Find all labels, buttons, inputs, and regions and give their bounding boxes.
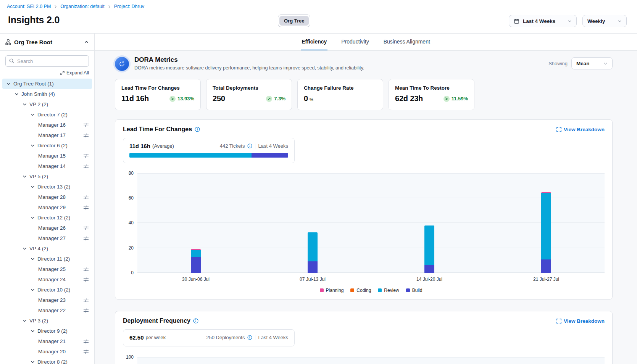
- tree-item-manager-21[interactable]: Manager 21: [2, 336, 92, 346]
- sidebar-search: [0, 51, 94, 67]
- tree-item-vp-2-2[interactable]: VP 2 (2): [2, 99, 92, 110]
- bar-segment-review[interactable]: [541, 193, 551, 259]
- filters-sliders-icon[interactable]: [83, 225, 89, 231]
- tree-item-director-9-2[interactable]: Director 9 (2): [2, 326, 92, 336]
- expand-all-button[interactable]: Expand All: [0, 67, 94, 78]
- breadcrumb-account-link[interactable]: Account: SEI 2.0 PM: [7, 4, 51, 9]
- tree-item-manager-29[interactable]: Manager 29: [2, 202, 92, 213]
- metric-value: 11d 16h: [121, 94, 149, 103]
- stacked-bar-14-jul-20-jul[interactable]: [424, 225, 434, 273]
- stacked-bar-30-jun-06-jul[interactable]: [191, 249, 201, 273]
- legend-item-build[interactable]: Build: [406, 288, 423, 293]
- search-input[interactable]: [5, 55, 89, 67]
- dora-title: DORA Metrics: [134, 56, 548, 64]
- stage-bar-segment-review[interactable]: [129, 153, 252, 158]
- filters-sliders-icon[interactable]: [83, 297, 89, 303]
- tree-item-manager-17[interactable]: Manager 17: [2, 130, 92, 140]
- chevron-down-icon[interactable]: [6, 81, 11, 86]
- chevron-down-icon[interactable]: [30, 184, 35, 189]
- tree-item-manager-16[interactable]: Manager 16: [2, 120, 92, 130]
- tree-item-manager-27[interactable]: Manager 27: [2, 233, 92, 243]
- tree-item-director-13-2[interactable]: Director 13 (2): [2, 182, 92, 192]
- tree-item-manager-26[interactable]: Manager 26: [2, 223, 92, 233]
- tree-item-manager-25[interactable]: Manager 25: [2, 264, 92, 274]
- filters-sliders-icon[interactable]: [83, 235, 89, 241]
- tree-item-director-6-2[interactable]: Director 6 (2): [2, 140, 92, 151]
- tree-item-director-10-2[interactable]: Director 10 (2): [2, 285, 92, 295]
- deployment-period-label: Last 4 Weeks: [258, 335, 288, 340]
- filters-sliders-icon[interactable]: [83, 205, 89, 210]
- tree-item-manager-23[interactable]: Manager 23: [2, 295, 92, 305]
- date-range-select[interactable]: Last 4 Weeks: [509, 15, 577, 27]
- org-tree-sidebar: Org Tree Root Expand All O: [0, 34, 95, 364]
- deployment-view-breakdown-link[interactable]: View Breakdown: [556, 318, 605, 324]
- tree-item-org-tree-root-1[interactable]: Org Tree Root (1): [2, 79, 92, 89]
- filters-sliders-icon[interactable]: [83, 122, 89, 128]
- bar-segment-build[interactable]: [424, 265, 434, 273]
- lead-time-view-breakdown-link[interactable]: View Breakdown: [556, 127, 605, 132]
- org-tree-toggle-button[interactable]: Org Tree: [278, 14, 310, 27]
- tree-item-manager-14[interactable]: Manager 14: [2, 161, 92, 171]
- chevron-down-icon[interactable]: [22, 246, 27, 251]
- filters-sliders-icon[interactable]: [83, 194, 89, 200]
- bar-segment-review[interactable]: [191, 250, 201, 257]
- tree-item-director-11-2[interactable]: Director 11 (2): [2, 254, 92, 264]
- tree-item-director-8-2[interactable]: Director 8 (2): [2, 357, 92, 364]
- chevron-down-icon[interactable]: [22, 174, 27, 179]
- info-icon[interactable]: [193, 318, 198, 324]
- filters-sliders-icon[interactable]: [83, 277, 89, 282]
- chevron-down-icon[interactable]: [30, 287, 35, 292]
- tree-item-director-7-2[interactable]: Director 7 (2): [2, 110, 92, 120]
- tab-business-alignment[interactable]: Business Alignment: [383, 34, 431, 50]
- filters-sliders-icon[interactable]: [83, 163, 89, 169]
- tree-item-manager-20[interactable]: Manager 20: [2, 346, 92, 357]
- filters-sliders-icon[interactable]: [83, 266, 89, 272]
- info-icon[interactable]: [247, 143, 252, 148]
- info-icon[interactable]: [247, 335, 252, 340]
- chevron-down-icon[interactable]: [14, 92, 19, 97]
- tree-item-vp-5-2[interactable]: VP 5 (2): [2, 171, 92, 182]
- filters-sliders-icon[interactable]: [83, 338, 89, 344]
- chevron-down-icon[interactable]: [22, 318, 27, 323]
- tree-item-manager-24[interactable]: Manager 24: [2, 274, 92, 285]
- bar-segment-build[interactable]: [191, 257, 201, 273]
- tree-item-director-12-2[interactable]: Director 12 (2): [2, 213, 92, 223]
- filters-sliders-icon[interactable]: [83, 153, 89, 159]
- breadcrumb-project-link[interactable]: Project: Dhruv: [114, 4, 144, 9]
- tree-item-manager-22[interactable]: Manager 22: [2, 305, 92, 316]
- legend-item-coding[interactable]: Coding: [350, 288, 371, 293]
- tree-item-john-smith-4[interactable]: John Smith (4): [2, 89, 92, 99]
- tree-item-manager-28[interactable]: Manager 28: [2, 192, 92, 202]
- y-tick-label: 60: [129, 195, 134, 201]
- legend-item-planning[interactable]: Planning: [320, 288, 344, 293]
- chevron-down-icon: [603, 61, 608, 66]
- chevron-down-icon[interactable]: [30, 143, 35, 148]
- tree-item-vp-3-2[interactable]: VP 3 (2): [2, 316, 92, 326]
- filters-sliders-icon[interactable]: [83, 132, 89, 138]
- filters-sliders-icon[interactable]: [83, 349, 89, 354]
- filters-sliders-icon[interactable]: [83, 308, 89, 313]
- info-icon[interactable]: [195, 127, 200, 132]
- chevron-down-icon[interactable]: [30, 256, 35, 261]
- chevron-down-icon[interactable]: [30, 112, 35, 117]
- chevron-down-icon[interactable]: [30, 359, 35, 364]
- chevron-down-icon[interactable]: [30, 329, 35, 333]
- tree-item-vp-4-2[interactable]: VP 4 (2): [2, 243, 92, 254]
- tab-efficiency[interactable]: Efficiency: [301, 34, 327, 50]
- tab-productivity[interactable]: Productivity: [340, 34, 369, 50]
- chevron-up-icon[interactable]: [84, 40, 89, 45]
- stacked-bar-07-jul-13-jul[interactable]: [308, 232, 318, 273]
- legend-item-review[interactable]: Review: [378, 288, 399, 293]
- chevron-down-icon[interactable]: [22, 102, 27, 107]
- chevron-down-icon[interactable]: [30, 215, 35, 220]
- showing-select[interactable]: Mean: [571, 57, 613, 69]
- breadcrumb-organization-link[interactable]: Organization: default: [60, 4, 104, 9]
- bar-segment-build[interactable]: [541, 259, 551, 273]
- stage-bar-segment-build[interactable]: [252, 153, 288, 158]
- bar-segment-build[interactable]: [308, 261, 318, 273]
- bar-segment-review[interactable]: [308, 232, 318, 261]
- stacked-bar-21-jul-27-jul[interactable]: [541, 192, 551, 273]
- tree-item-manager-15[interactable]: Manager 15: [2, 151, 92, 161]
- granularity-select[interactable]: Weekly: [582, 15, 627, 27]
- bar-segment-review[interactable]: [424, 225, 434, 265]
